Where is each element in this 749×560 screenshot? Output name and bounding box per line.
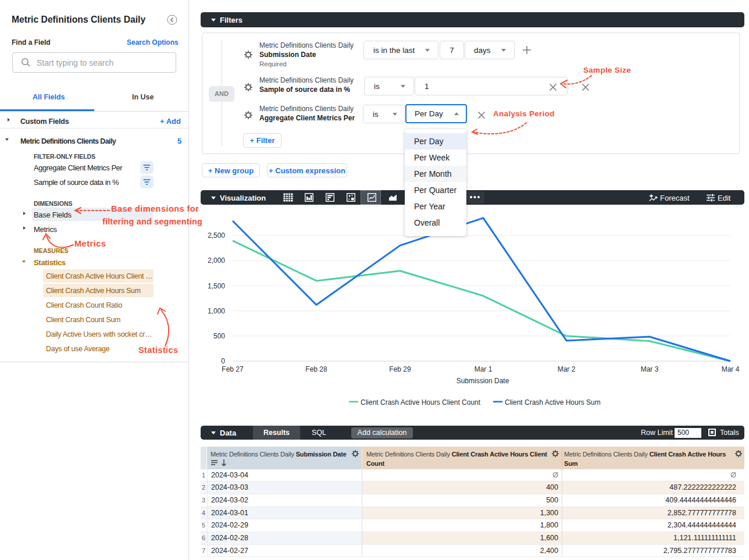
- svg-text:Feb 28: Feb 28: [305, 365, 327, 373]
- svg-text:0: 0: [221, 357, 225, 365]
- svg-text:1,000: 1,000: [208, 307, 225, 315]
- svg-text:Client Crash Active Hours Clie: Client Crash Active Hours Client Count: [361, 398, 481, 406]
- svg-text:Feb 27: Feb 27: [222, 365, 244, 373]
- svg-text:500: 500: [213, 332, 225, 340]
- svg-text:Feb 29: Feb 29: [389, 365, 411, 373]
- svg-text:1,500: 1,500: [208, 282, 225, 290]
- svg-text:Mar 3: Mar 3: [641, 365, 659, 373]
- svg-text:Mar 4: Mar 4: [722, 365, 740, 373]
- svg-text:Submission Date: Submission Date: [456, 377, 509, 385]
- svg-text:Client Crash Active Hours Sum: Client Crash Active Hours Sum: [505, 398, 601, 406]
- svg-text:Mar 2: Mar 2: [558, 365, 576, 373]
- svg-text:Mar 1: Mar 1: [475, 365, 493, 373]
- svg-text:2,000: 2,000: [208, 256, 225, 265]
- svg-text:2,500: 2,500: [208, 231, 225, 240]
